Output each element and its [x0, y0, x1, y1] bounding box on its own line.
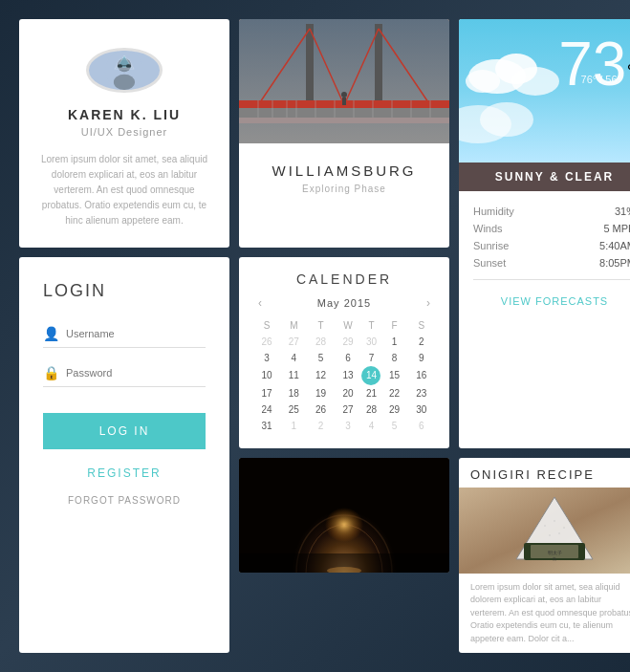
- svg-point-39: [480, 102, 533, 137]
- calendar-prev-arrow[interactable]: ‹: [253, 296, 267, 310]
- calendar-day-cell[interactable]: 2: [408, 334, 435, 350]
- winds-row: Winds 5 MPH: [473, 220, 630, 237]
- register-button[interactable]: REGISTER: [43, 459, 206, 488]
- calendar-nav: ‹ May 2015 ›: [253, 296, 435, 310]
- calendar-day-cell[interactable]: 25: [280, 401, 307, 418]
- password-input[interactable]: [66, 367, 206, 379]
- humidity-value: 31%: [615, 206, 630, 217]
- tunnel-card: [239, 458, 449, 573]
- williamsburg-card: WILLIAMSBURG Exploring Phase: [239, 19, 449, 248]
- calendar-day-header: M: [280, 317, 307, 334]
- recipe-card: ONIGIRI RECIPE 明太子 魚: [459, 458, 630, 654]
- calendar-day-cell[interactable]: 4: [280, 350, 307, 366]
- calendar-week-row: 17181920212223: [253, 385, 435, 401]
- svg-text:魚: 魚: [553, 556, 556, 561]
- calendar-day-cell[interactable]: 26: [253, 334, 280, 350]
- calendar-day-cell[interactable]: 14: [361, 366, 380, 385]
- weather-hi-lo: 76° / 56°: [581, 74, 621, 85]
- calendar-week-row: 262728293012: [253, 334, 435, 350]
- calendar-day-cell[interactable]: 28: [361, 401, 380, 418]
- weather-temperature: 73: [558, 30, 626, 98]
- calendar-day-cell[interactable]: 15: [380, 366, 407, 385]
- calendar-day-cell[interactable]: 4: [361, 418, 380, 434]
- password-group: 🔒: [43, 359, 206, 387]
- calendar-day-cell[interactable]: 17: [253, 385, 280, 401]
- calendar-day-cell[interactable]: 23: [408, 385, 435, 401]
- calendar-day-cell[interactable]: 28: [307, 334, 334, 350]
- svg-rect-7: [118, 64, 122, 68]
- svg-point-2: [114, 75, 135, 90]
- svg-point-53: [544, 525, 546, 527]
- sunrise-value: 5:40AM: [599, 240, 630, 251]
- calendar-day-cell[interactable]: 6: [408, 418, 435, 434]
- recipe-title: ONIGIRI RECIPE: [459, 458, 630, 488]
- calendar-month-year: May 2015: [317, 297, 371, 309]
- calendar-next-arrow[interactable]: ›: [422, 296, 435, 310]
- recipe-image: 明太子 魚: [459, 488, 630, 574]
- calendar-day-cell[interactable]: 5: [380, 418, 407, 434]
- sunrise-label: Sunrise: [473, 240, 509, 251]
- calendar-day-cell[interactable]: 16: [408, 366, 435, 385]
- main-grid: KAREN K. LIU UI/UX Designer Lorem ipsum …: [0, 0, 630, 672]
- calendar-day-cell[interactable]: 11: [280, 366, 307, 385]
- calendar-week-row: 10111213141516: [253, 366, 435, 385]
- calendar-day-cell[interactable]: 12: [307, 366, 334, 385]
- svg-point-55: [563, 527, 565, 529]
- calendar-day-header: F: [380, 317, 407, 334]
- svg-rect-10: [239, 19, 449, 143]
- calendar-day-cell[interactable]: 3: [335, 418, 362, 434]
- forgot-password-link[interactable]: FORGOT PASSWORD: [43, 495, 206, 506]
- calendar-day-cell[interactable]: 6: [335, 350, 362, 366]
- calendar-day-cell[interactable]: 2: [307, 418, 334, 434]
- williamsburg-content: WILLIAMSBURG Exploring Phase: [239, 143, 449, 213]
- calendar-day-cell[interactable]: 1: [280, 418, 307, 434]
- calendar-day-cell[interactable]: 10: [253, 366, 280, 385]
- calendar-day-cell[interactable]: 19: [307, 385, 334, 401]
- weather-details: Humidity 31% Winds 5 MPH Sunrise 5:40AM …: [459, 191, 630, 448]
- username-input[interactable]: [66, 328, 206, 339]
- weather-top: 73° 76° / 56°: [459, 19, 630, 163]
- svg-point-36: [466, 70, 500, 93]
- lock-icon: 🔒: [43, 365, 58, 380]
- calendar-day-cell[interactable]: 1: [380, 334, 407, 350]
- user-icon: 👤: [43, 326, 58, 341]
- calendar-day-cell[interactable]: 20: [335, 385, 362, 401]
- calendar-day-cell[interactable]: 21: [361, 385, 380, 401]
- williamsburg-image: [239, 19, 449, 143]
- tunnel-image: [239, 458, 449, 573]
- calendar-day-cell[interactable]: 18: [280, 385, 307, 401]
- calendar-day-cell[interactable]: 30: [361, 334, 380, 350]
- calendar-day-cell[interactable]: 24: [253, 401, 280, 418]
- svg-rect-8: [126, 64, 131, 68]
- calendar-day-cell[interactable]: 9: [408, 350, 435, 366]
- calendar-day-cell[interactable]: 13: [335, 366, 362, 385]
- calendar-grid: SMTWTFS 26272829301234567891011121314151…: [253, 317, 435, 434]
- login-button[interactable]: LOG IN: [43, 413, 206, 449]
- sunset-row: Sunset 8:05PM: [473, 254, 630, 271]
- calendar-day-cell[interactable]: 29: [380, 401, 407, 418]
- calendar-day-cell[interactable]: 29: [335, 334, 362, 350]
- calendar-day-cell[interactable]: 8: [380, 350, 407, 366]
- calendar-day-cell[interactable]: 31: [253, 418, 280, 434]
- weather-degree: °: [626, 58, 630, 84]
- profile-card: KAREN K. LIU UI/UX Designer Lorem ipsum …: [19, 19, 229, 248]
- calendar-week-row: 3456789: [253, 350, 435, 366]
- username-group: 👤: [43, 320, 206, 348]
- calendar-title: CALENDER: [253, 271, 435, 287]
- calendar-card: CALENDER ‹ May 2015 › SMTWTFS 2627282930…: [239, 257, 449, 448]
- calendar-day-cell[interactable]: 26: [307, 401, 334, 418]
- calendar-day-cell[interactable]: 27: [280, 334, 307, 350]
- view-forecasts-link[interactable]: VIEW FORECASTS: [473, 288, 630, 314]
- calendar-day-cell[interactable]: 30: [408, 401, 435, 418]
- svg-point-57: [558, 532, 560, 534]
- calendar-day-cell[interactable]: 27: [335, 401, 362, 418]
- calendar-day-cell[interactable]: 22: [380, 385, 407, 401]
- calendar-day-cell[interactable]: 3: [253, 350, 280, 366]
- calendar-day-cell[interactable]: 7: [361, 350, 380, 366]
- calendar-day-cell[interactable]: 5: [307, 350, 334, 366]
- svg-rect-32: [342, 98, 346, 105]
- calendar-week-row: 31123456: [253, 418, 435, 434]
- profile-name: KAREN K. LIU: [68, 107, 181, 122]
- svg-rect-19: [239, 118, 449, 123]
- calendar-day-header: S: [253, 317, 280, 334]
